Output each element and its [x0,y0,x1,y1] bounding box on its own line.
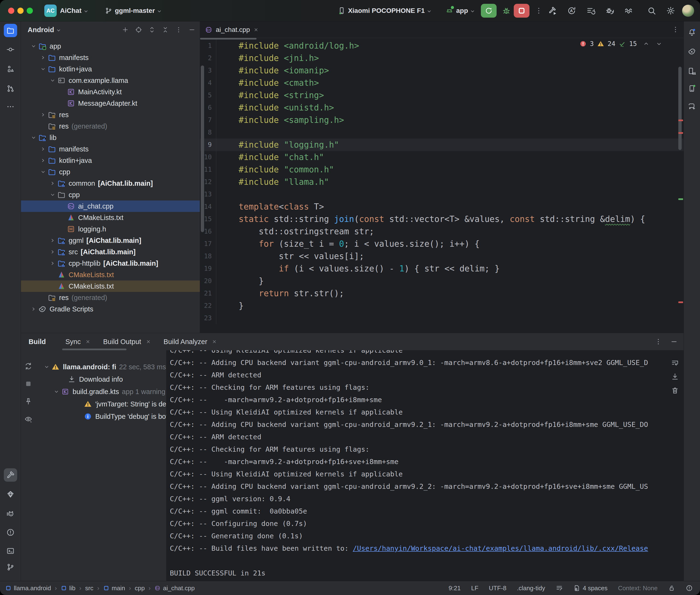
editor-scrollbar-thumb[interactable] [678,67,682,150]
project-tool-button[interactable] [4,24,17,37]
tree-row[interactable]: app [21,40,200,52]
gradle-tool-button[interactable] [685,45,699,58]
panel-scrollbar-thumb[interactable] [201,65,204,232]
breadcrumb-item[interactable]: src [85,585,93,592]
re-sync-icon[interactable] [24,362,32,370]
build-tab-sync[interactable]: Sync [59,333,97,350]
event-log-button[interactable] [686,585,693,592]
panel-options-icon[interactable] [175,26,182,33]
editor[interactable]: C+ ai_chat.cpp 1#include <android/log.h>… [200,22,683,333]
logcat-tool-button[interactable] [4,507,17,520]
structure-tool-button[interactable] [4,62,17,76]
commit-tool-button[interactable] [4,43,17,56]
tree-chevron-icon[interactable] [48,237,57,244]
code-area[interactable]: 1#include <android/log.h>2#include <jni.… [200,38,683,333]
collapse-all-icon[interactable] [162,26,169,33]
tree-chevron-icon[interactable] [29,43,38,50]
tree-row[interactable]: MainActivity.kt [21,86,200,97]
editor-options-icon[interactable] [672,26,679,33]
gemini-button[interactable] [685,100,699,113]
hide-panel-icon[interactable] [188,26,196,33]
error-stripe-mark[interactable] [678,119,683,121]
tree-chevron-icon[interactable] [38,169,48,175]
settings-button[interactable] [666,6,675,15]
tree-row[interactable]: src[AiChat.lib.main] [21,246,200,258]
problems-tool-button[interactable] [4,526,17,539]
project-widget[interactable]: AC AiChat [44,4,89,17]
context-widget[interactable]: Context: None [618,585,657,592]
tree-row[interactable]: C+ai_chat.cpp [21,200,200,212]
inspection-profile[interactable]: .clang-tidy [517,585,545,592]
device-manager-button[interactable] [685,64,699,78]
tree-row[interactable]: res [21,109,200,120]
zoom-window-button[interactable] [27,8,33,14]
tree-row[interactable]: CMakeLists.txt [21,212,200,223]
project-view-selector[interactable]: Android [28,26,54,34]
select-opened-file-icon[interactable] [135,26,142,33]
stop-button[interactable] [514,4,529,18]
apply-code-changes-button[interactable] [586,6,595,15]
debug-button[interactable] [502,6,511,15]
tree-row[interactable]: manifests [21,52,200,63]
caret-position[interactable]: 9:21 [449,585,461,592]
more-tool-windows-button[interactable] [4,100,17,113]
tree-chevron-icon[interactable] [48,180,57,187]
build-options-icon[interactable] [654,338,662,345]
error-stripe-mark[interactable] [678,132,683,134]
previous-problem-icon[interactable] [643,40,650,47]
stop-sync-icon[interactable] [24,380,32,388]
tree-row[interactable]: lib [21,132,200,143]
branch-widget[interactable]: ggml-master [105,7,163,15]
rerun-button[interactable] [481,4,497,18]
tree-row[interactable]: cpp [21,166,200,178]
minimize-build-panel-icon[interactable] [670,338,678,345]
profiler-button[interactable] [624,6,633,15]
pin-icon[interactable] [24,397,32,405]
clear-console-icon[interactable] [671,387,679,395]
next-problem-icon[interactable] [655,40,663,47]
tree-row[interactable]: Gradle Scripts [21,303,200,315]
tree-chevron-icon[interactable] [38,157,48,164]
attach-debugger-button[interactable] [605,6,614,15]
more-run-options-button[interactable] [535,7,543,15]
build-tab-build-analyzer[interactable]: Build Analyzer [158,333,224,350]
scroll-to-end-icon[interactable] [671,373,679,381]
tree-row[interactable]: CMakeLists.txt [21,269,200,281]
tree-row[interactable]: common[AiChat.lib.main] [21,178,200,189]
tree-row[interactable]: res(generated) [21,292,200,303]
tree-row[interactable]: kotlin+java [21,155,200,166]
tree-chevron-icon[interactable] [48,249,57,255]
tree-chevron-icon[interactable] [38,111,48,118]
tree-chevron-icon[interactable] [38,146,48,152]
apply-changes-button[interactable]: A [567,6,576,15]
build-tree-row[interactable]: BuildType 'debug' is both de [36,410,166,423]
breadcrumb-item[interactable]: cpp [135,585,145,592]
build-tree-row[interactable]: llama.android: fi22 sec, 583 ms [36,361,166,373]
breadcrumb-item[interactable]: lib [61,585,76,592]
close-tab-icon[interactable] [253,27,259,33]
tree-chevron-icon[interactable] [38,66,48,73]
terminal-tool-button[interactable] [4,544,17,558]
add-icon[interactable] [122,26,129,33]
build-tree-row[interactable]: Download info [36,373,166,386]
tree-chevron-icon[interactable] [52,389,61,395]
build-tab-build-output[interactable]: Build Output [97,333,158,350]
soft-wrap-icon[interactable] [671,359,679,367]
tree-row[interactable]: cpp-httplib[AiChat.lib.main] [21,258,200,269]
build-button[interactable] [548,6,557,15]
app-quality-insights-button[interactable] [4,488,17,501]
ok-stripe-mark[interactable] [678,198,683,200]
tree-chevron-icon[interactable] [48,260,57,267]
tree-row[interactable]: ggml[AiChat.lib.main] [21,235,200,246]
build-tool-button[interactable] [4,468,17,482]
tree-chevron-icon[interactable] [38,54,48,61]
running-devices-button[interactable] [685,82,699,95]
build-output-path-link[interactable]: /Users/hanyin/Workspace/ai-chat/examples… [353,544,648,552]
tree-chevron-icon[interactable] [29,134,38,141]
tree-row[interactable]: manifests [21,143,200,155]
file-encoding[interactable]: UTF-8 [489,585,507,592]
device-selector[interactable]: Xiaomi POCOPHONE F1 [337,7,432,15]
indent-widget[interactable]: 4 spaces [573,585,608,592]
view-options-icon[interactable] [24,415,32,423]
tree-chevron-icon[interactable] [29,306,38,312]
